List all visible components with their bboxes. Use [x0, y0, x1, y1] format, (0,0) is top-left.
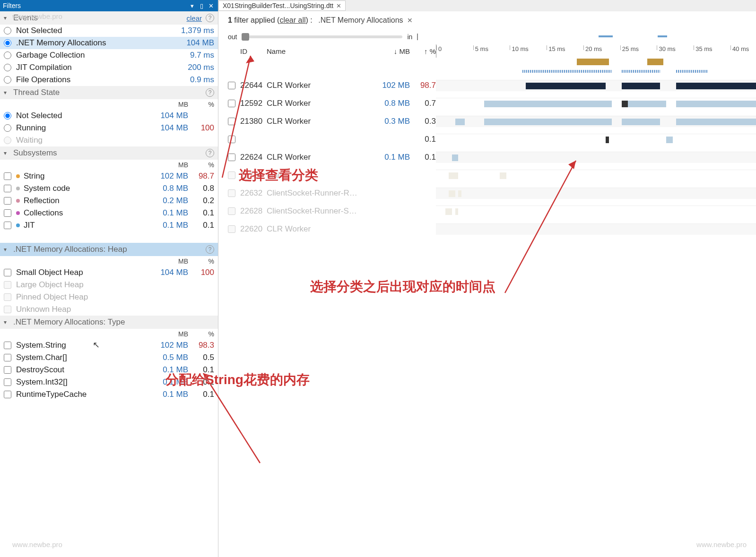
radio[interactable] [4, 124, 11, 132]
zoom-slider[interactable] [242, 35, 402, 38]
checkbox[interactable] [4, 209, 11, 217]
checkbox[interactable] [4, 293, 11, 301]
checkbox[interactable] [4, 222, 11, 229]
checkbox[interactable] [228, 171, 235, 179]
checkbox[interactable] [4, 197, 11, 205]
col-pct[interactable]: ↑ % [410, 47, 436, 55]
thread-row[interactable]: 22628 ClientSocket-Runner-S… [228, 202, 756, 220]
subsystems-item[interactable]: Reflection 0.2 MB 0.2 [0, 195, 218, 207]
type-item[interactable]: System.String 102 MB 98.3 [0, 339, 218, 351]
overview-strip[interactable] [417, 34, 747, 40]
document-tab[interactable]: X01StringBuilderTest...UsingString.dtt ✕ [218, 0, 346, 11]
pin-icon[interactable]: ▯ [197, 1, 206, 10]
close-icon[interactable]: ✕ [207, 1, 215, 10]
thread-lane[interactable] [436, 116, 756, 127]
events-item[interactable]: File Operations 0.9 ms [0, 74, 218, 86]
checkbox[interactable] [4, 391, 11, 398]
clear-all-link[interactable]: clear all [279, 16, 305, 24]
thread-row[interactable]: 22632 ClientSocket-Runner-R… [228, 184, 756, 202]
thread-row[interactable]: 22620 CLR Worker [228, 220, 756, 238]
type-header[interactable]: ▾ .NET Memory Allocations: Type [0, 316, 218, 329]
thread-row[interactable]: 12592 CLR Worker 0.8 MB 0.7 [228, 94, 756, 112]
thread-lane[interactable] [436, 98, 756, 109]
checkbox[interactable] [228, 118, 235, 125]
radio[interactable] [4, 27, 11, 34]
row-label: System.String [16, 341, 146, 350]
thread-state-item[interactable]: Running 104 MB 100 [0, 122, 218, 134]
thread-mb: 0.8 MB [373, 99, 410, 108]
events-item[interactable]: .NET Memory Allocations 104 MB [0, 37, 218, 49]
checkbox[interactable] [4, 366, 11, 374]
type-item[interactable]: System.Char[] 0.5 MB 0.5 [0, 351, 218, 364]
thread-row[interactable]: 22644 CLR Worker 102 MB 98.7 [228, 77, 756, 94]
dropdown-icon[interactable]: ▾ [188, 1, 196, 10]
clear-link[interactable]: clear [186, 14, 202, 22]
heap-item[interactable]: Pinned Object Heap [0, 291, 218, 303]
subsystems-item[interactable]: System code 0.8 MB 0.8 [0, 182, 218, 195]
subsystems-item[interactable]: String 102 MB 98.7 [0, 170, 218, 182]
checkbox[interactable] [4, 306, 11, 313]
checkbox[interactable] [228, 100, 235, 107]
thread-state-item[interactable]: Waiting [0, 134, 218, 146]
radio[interactable] [4, 64, 11, 71]
thread-lane[interactable] [436, 80, 756, 91]
radio[interactable] [4, 76, 11, 84]
radio[interactable] [4, 112, 11, 120]
thread-name: CLR Worker [267, 99, 373, 108]
events-item[interactable]: Garbage Collection 9.7 ms [0, 49, 218, 61]
checkbox[interactable] [4, 354, 11, 361]
thread-pct: 0.7 [410, 99, 436, 108]
subsystems-header[interactable]: ▾ Subsystems ? [0, 146, 218, 160]
thread-lane[interactable] [436, 188, 756, 199]
thread-lane[interactable] [436, 152, 756, 163]
thread-lane[interactable] [436, 206, 756, 217]
help-icon[interactable]: ? [206, 88, 214, 97]
heap-item[interactable]: Unknown Heap [0, 303, 218, 316]
checkbox[interactable] [228, 154, 235, 161]
checkbox[interactable] [4, 378, 11, 386]
checkbox[interactable] [228, 207, 235, 215]
checkbox[interactable] [228, 136, 235, 143]
checkbox[interactable] [4, 172, 11, 180]
thread-id: 12592 [240, 99, 267, 108]
thread-state-header[interactable]: ▾ Thread State ? [0, 86, 218, 99]
close-icon[interactable]: ✕ [407, 17, 413, 24]
help-icon[interactable]: ? [206, 245, 214, 254]
thread-lane[interactable] [436, 134, 756, 145]
thread-row[interactable]: 0.1 [228, 130, 756, 148]
close-icon[interactable]: ✕ [336, 2, 341, 9]
thread-name: CLR Worker [267, 117, 373, 126]
thread-lane[interactable] [436, 223, 756, 235]
checkbox[interactable] [228, 225, 235, 233]
events-item[interactable]: Not Selected 1,379 ms [0, 25, 218, 37]
help-icon[interactable]: ? [206, 14, 214, 22]
heap-item[interactable]: Small Object Heap 104 MB 100 [0, 266, 218, 279]
slider-knob[interactable] [242, 33, 249, 41]
checkbox[interactable] [4, 185, 11, 192]
thread-row[interactable]: 22624 CLR Worker 0.1 MB 0.1 [228, 148, 756, 166]
radio[interactable] [4, 137, 11, 144]
events-item[interactable]: JIT Compilation 200 ms [0, 61, 218, 74]
col-id[interactable]: ID [240, 47, 267, 55]
checkbox[interactable] [4, 281, 11, 289]
subsystems-item[interactable]: JIT 0.1 MB 0.1 [0, 219, 218, 231]
checkbox[interactable] [4, 269, 11, 276]
filter-chip[interactable]: .NET Memory Allocations [318, 16, 403, 24]
thread-lane[interactable] [436, 170, 756, 181]
heap-header[interactable]: ▾ .NET Memory Allocations: Heap ? [0, 243, 218, 256]
col-mb[interactable]: ↓ MB [373, 47, 410, 55]
timeline-ruler[interactable]: 05 ms10 ms15 ms20 ms25 ms30 ms35 ms40 ms [436, 44, 756, 58]
thread-name: ClientSocket-Runner-S… [267, 206, 373, 216]
checkbox[interactable] [4, 342, 11, 349]
checkbox[interactable] [228, 189, 235, 197]
radio[interactable] [4, 39, 11, 47]
col-name[interactable]: Name [267, 47, 373, 55]
help-icon[interactable]: ? [206, 149, 214, 157]
checkbox[interactable] [228, 82, 235, 89]
thread-row[interactable]: 21380 CLR Worker 0.3 MB 0.3 [228, 112, 756, 130]
type-item[interactable]: RuntimeTypeCache 0.1 MB 0.1 [0, 388, 218, 401]
radio[interactable] [4, 51, 11, 59]
heap-item[interactable]: Large Object Heap [0, 279, 218, 291]
subsystems-item[interactable]: Collections 0.1 MB 0.1 [0, 207, 218, 219]
thread-state-item[interactable]: Not Selected 104 MB [0, 110, 218, 122]
